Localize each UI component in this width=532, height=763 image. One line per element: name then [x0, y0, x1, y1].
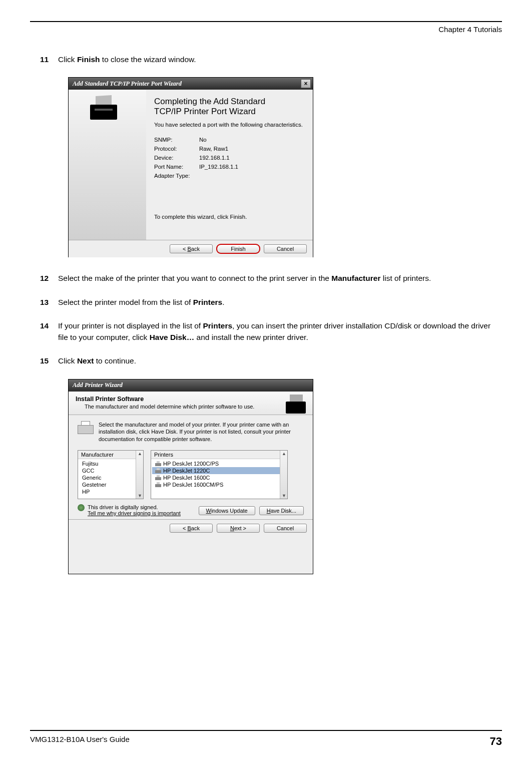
value: 192.168.1.1: [199, 155, 230, 161]
signed-text: This driver is digitally signed.: [88, 504, 181, 510]
list-item[interactable]: HP: [79, 488, 142, 495]
text: and install the new printer driver.: [194, 333, 308, 341]
list-item[interactable]: HP DeskJet 1220C: [152, 467, 286, 474]
text: to close the wizard window.: [100, 55, 196, 64]
back-button[interactable]: < Back: [170, 244, 213, 253]
bold: Printers: [203, 321, 232, 330]
back-button[interactable]: < Back: [170, 524, 213, 533]
titlebar: Add Standard TCP/IP Printer Port Wizard …: [69, 78, 313, 90]
item-label: HP DeskJet 1600CM/PS: [163, 482, 223, 488]
step-number: 13: [40, 296, 58, 308]
item-label: HP DeskJet 1600C: [163, 475, 210, 481]
value: IP_192.168.1.1: [199, 164, 238, 170]
step-15: 15 Click Next to continue.: [40, 355, 502, 366]
instruction-text: Select the manufacturer and model of you…: [99, 421, 304, 444]
step-text: Click Next to continue.: [58, 355, 502, 366]
step-number: 12: [40, 272, 58, 284]
cancel-button[interactable]: Cancel: [264, 244, 307, 253]
label: SNMP:: [154, 137, 199, 143]
underline-char: N: [230, 525, 234, 531]
underline-char: B: [188, 525, 191, 531]
list-item[interactable]: Gestetner: [79, 481, 142, 488]
text: indows Update: [211, 508, 248, 514]
text: <: [183, 525, 187, 531]
printers-listbox[interactable]: Printers HP DeskJet 1200C/PS HP DeskJet …: [151, 450, 288, 499]
step-number: 11: [40, 54, 58, 65]
windows-update-button[interactable]: Windows Update: [199, 506, 255, 515]
step-14: 14 If your printer is not displayed in t…: [40, 320, 502, 343]
underline-char: H: [267, 508, 271, 514]
printer-icon: [155, 475, 161, 480]
chevron-up-icon[interactable]: ▲: [138, 451, 142, 456]
scrollbar[interactable]: ▲▼: [280, 451, 287, 499]
label: Port Name:: [154, 164, 199, 170]
close-icon[interactable]: ×: [301, 79, 311, 88]
printer-icon: [155, 468, 161, 473]
signing-info-link[interactable]: Tell me why driver signing is important: [88, 510, 181, 516]
text: <: [183, 246, 187, 252]
text: to continue.: [94, 356, 136, 365]
printer-icon: [78, 421, 94, 434]
value: Raw, Raw1: [199, 146, 228, 152]
bold: Have Disk…: [150, 333, 195, 341]
chevron-down-icon[interactable]: ▼: [282, 493, 286, 498]
text: ext >: [234, 525, 246, 531]
chevron-down-icon[interactable]: ▼: [138, 493, 142, 498]
page-number: 73: [490, 735, 502, 748]
wizard-port-complete-dialog: Add Standard TCP/IP Printer Port Wizard …: [68, 77, 313, 257]
text: B: [188, 246, 191, 252]
text: Click: [58, 55, 77, 64]
text: .: [222, 298, 224, 306]
label: Adapter Type:: [154, 173, 199, 179]
step-13: 13 Select the printer model from the lis…: [40, 296, 502, 308]
bold: Finish: [77, 55, 100, 64]
certificate-icon: [78, 504, 85, 511]
have-disk-button[interactable]: Have Disk...: [259, 506, 304, 515]
list-item[interactable]: Generic: [79, 474, 142, 481]
scrollbar[interactable]: ▲▼: [136, 451, 143, 499]
item-label: HP DeskJet 1220C: [163, 468, 210, 474]
list-item[interactable]: HP DeskJet 1600CM/PS: [152, 481, 286, 488]
label: Device:: [154, 155, 199, 161]
wizard-subtext: You have selected a port with the follow…: [154, 122, 305, 128]
list-item[interactable]: HP DeskJet 1200C/PS: [152, 460, 286, 467]
printer-icon: [89, 96, 119, 120]
text: ack: [191, 246, 200, 252]
wizard-head-title: Install Printer Software: [76, 396, 307, 403]
wizard-side-panel: [69, 90, 146, 240]
chevron-up-icon[interactable]: ▲: [282, 451, 286, 456]
finish-button[interactable]: Finish: [217, 244, 260, 253]
underline-char: W: [206, 508, 211, 514]
step-text: Select the make of the printer that you …: [58, 272, 502, 284]
list-header: Printers: [151, 451, 287, 459]
printer-icon: [285, 395, 308, 414]
manufacturer-listbox[interactable]: Manufacturer Fujitsu GCC Generic Gestetn…: [78, 450, 144, 499]
step-number: 14: [40, 320, 58, 343]
wizard-header-panel: Install Printer Software The manufacture…: [69, 392, 313, 415]
step-number: 15: [40, 355, 58, 366]
window-title: Add Standard TCP/IP Printer Port Wizard: [73, 80, 182, 88]
chapter-header: Chapter 4 Tutorials: [30, 25, 502, 34]
wizard-complete-text: To complete this wizard, click Finish.: [154, 214, 305, 220]
text: ave Disk...: [271, 508, 296, 514]
text: Select the printer model from the list o…: [58, 298, 193, 306]
list-item[interactable]: Fujitsu: [79, 460, 142, 467]
list-item[interactable]: GCC: [79, 467, 142, 474]
next-button[interactable]: Next >: [217, 524, 260, 533]
step-11: 11 Click Finish to close the wizard wind…: [40, 54, 502, 65]
list-item[interactable]: HP DeskJet 1600C: [152, 474, 286, 481]
text: If your printer is not displayed in the …: [58, 321, 203, 330]
item-label: HP DeskJet 1200C/PS: [163, 461, 219, 467]
cancel-button[interactable]: Cancel: [264, 524, 307, 533]
value: No: [199, 137, 207, 143]
add-printer-wizard-dialog: Add Printer Wizard Install Printer Softw…: [68, 379, 313, 574]
window-title: Add Printer Wizard: [73, 381, 123, 389]
text: Select the make of the printer that you …: [58, 274, 331, 282]
bold: Next: [77, 356, 94, 365]
step-text: If your printer is not displayed in the …: [58, 320, 502, 343]
list-header: Manufacturer: [78, 451, 143, 459]
wizard-head-sub: The manufacturer and model determine whi…: [85, 404, 307, 410]
footer-guide: VMG1312-B10A User's Guide: [30, 735, 130, 748]
step-text: Select the printer model from the list o…: [58, 296, 502, 308]
step-text: Click Finish to close the wizard window.: [58, 54, 502, 65]
